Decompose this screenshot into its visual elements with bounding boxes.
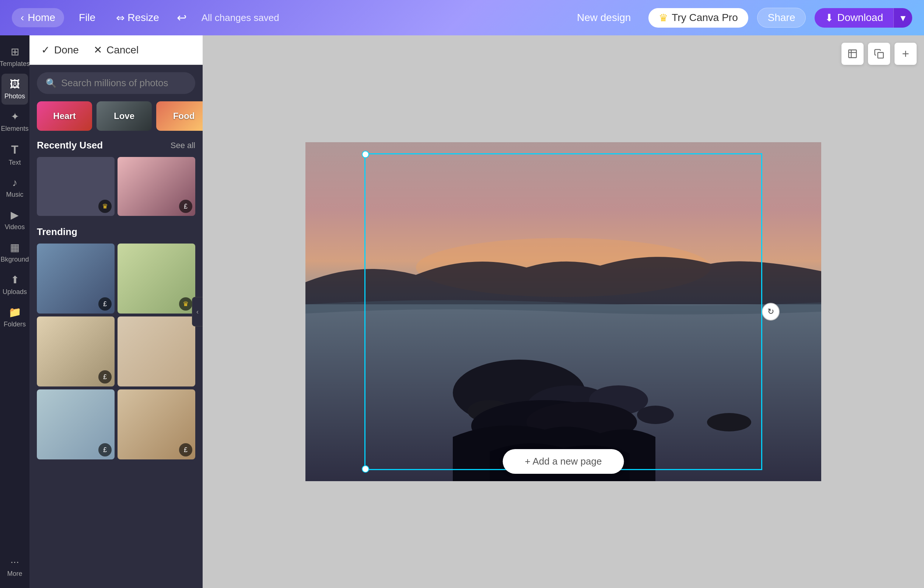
- recently-used-title: Recently Used: [37, 140, 103, 151]
- more-icon: ···: [10, 556, 19, 568]
- share-button[interactable]: Share: [757, 8, 806, 28]
- svg-point-13: [637, 406, 674, 424]
- pro-badge-4: ♛: [179, 297, 192, 311]
- home-label: Home: [28, 12, 55, 23]
- search-box: 🔍: [37, 72, 195, 94]
- cancel-label: Cancel: [106, 44, 139, 56]
- folders-icon: 📁: [8, 306, 21, 318]
- svg-point-16: [707, 413, 751, 431]
- done-label: Done: [54, 44, 79, 56]
- trending-photo-5[interactable]: £: [37, 390, 115, 459]
- elements-icon: ✦: [11, 111, 19, 123]
- trending-photo-1[interactable]: £: [37, 243, 115, 314]
- svg-rect-0: [849, 50, 856, 58]
- sidebar-item-label: Templates: [0, 60, 30, 68]
- undo-button[interactable]: ↩: [174, 8, 190, 28]
- canvas-image[interactable]: ↻: [305, 142, 821, 481]
- trending-photo-4[interactable]: [117, 317, 195, 386]
- canvas-tool-frame[interactable]: [842, 43, 864, 65]
- trending-photo-3[interactable]: £: [37, 317, 115, 386]
- music-icon: ♪: [12, 177, 17, 188]
- sidebar-item-templates[interactable]: ⊞ Templates: [2, 41, 28, 72]
- sidebar-item-label: Bkground: [0, 256, 29, 263]
- resize-icon: ⇔: [116, 12, 125, 24]
- trending-header: Trending: [37, 226, 195, 238]
- canvas-tools: [842, 43, 917, 65]
- canvas-wrapper: ↻ + Add a new page: [305, 142, 821, 481]
- canvas-tool-add[interactable]: [894, 43, 917, 65]
- crown-icon: ♛: [659, 12, 668, 24]
- category-chip-food[interactable]: Food: [156, 101, 203, 131]
- photos-panel: ✓ Done ✕ Cancel 🔍 Heart Love Food ›: [30, 35, 203, 588]
- new-design-button[interactable]: New design: [568, 8, 640, 27]
- try-canva-pro-button[interactable]: ♛ Try Canva Pro: [648, 8, 748, 28]
- hide-panel-button[interactable]: ‹: [192, 297, 203, 326]
- sidebar-item-label: Folders: [4, 320, 26, 328]
- file-label: File: [79, 12, 96, 23]
- category-chip-heart[interactable]: Heart: [37, 101, 92, 131]
- recently-used-header: Recently Used See all: [37, 140, 195, 151]
- sidebar-item-uploads[interactable]: ⬆ Uploads: [2, 269, 28, 300]
- recently-used-grid: ♛ £: [37, 157, 195, 216]
- trending-photo-6[interactable]: £: [117, 390, 195, 459]
- download-icon: ⬇: [825, 12, 833, 24]
- category-chip-love[interactable]: Love: [97, 101, 152, 131]
- pro-badge-7: £: [98, 443, 112, 456]
- add-page-bar[interactable]: + Add a new page: [503, 449, 624, 474]
- videos-icon: ▶: [11, 209, 19, 221]
- resize-label: Resize: [127, 12, 159, 23]
- trending-title: Trending: [37, 226, 78, 238]
- sidebar-item-more[interactable]: ··· More: [2, 552, 28, 582]
- see-all-button[interactable]: See all: [171, 141, 195, 150]
- pro-badge-1: ♛: [98, 200, 112, 213]
- photos-icon: 🖼: [10, 78, 20, 90]
- sidebar-item-label: More: [7, 570, 22, 578]
- try-pro-label: Try Canva Pro: [672, 12, 738, 23]
- chip-label-heart: Heart: [37, 101, 92, 131]
- done-button[interactable]: ✓ Done: [41, 44, 79, 56]
- chevron-down-icon: ▾: [901, 12, 906, 23]
- sidebar-item-label: Elements: [1, 125, 28, 133]
- sidebar-item-label: Music: [6, 191, 23, 198]
- search-input[interactable]: [61, 78, 186, 89]
- chip-label-love: Love: [97, 101, 152, 131]
- uploads-icon: ⬆: [11, 274, 19, 286]
- sidebar-item-label: Uploads: [3, 288, 27, 296]
- x-icon: ✕: [94, 44, 102, 56]
- templates-icon: ⊞: [11, 46, 19, 58]
- sidebar-item-label: Photos: [5, 92, 25, 100]
- download-label: Download: [837, 12, 883, 23]
- recently-used-photo-2[interactable]: £: [117, 157, 195, 216]
- sidebar-item-photos[interactable]: 🖼 Photos: [2, 74, 28, 105]
- background-icon: ▦: [10, 241, 20, 253]
- chip-label-food: Food: [156, 101, 203, 131]
- sidebar-item-videos[interactable]: ▶ Videos: [2, 205, 28, 235]
- resize-button[interactable]: ⇔ Resize: [110, 9, 165, 27]
- home-button[interactable]: ‹ Home: [12, 8, 64, 27]
- pro-badge-5: £: [98, 370, 112, 383]
- top-navigation: ‹ Home File ⇔ Resize ↩ All changes saved…: [0, 0, 924, 35]
- download-dropdown-button[interactable]: ▾: [893, 8, 912, 28]
- sidebar-item-music[interactable]: ♪ Music: [2, 172, 28, 203]
- canvas-tool-copy[interactable]: [868, 43, 890, 65]
- pro-badge-2: £: [179, 200, 192, 213]
- svg-rect-3: [878, 53, 883, 58]
- file-button[interactable]: File: [73, 9, 101, 26]
- sidebar-item-label: Videos: [5, 223, 25, 231]
- download-group: ⬇ Download ▾: [815, 8, 912, 28]
- pro-badge-3: £: [98, 297, 112, 311]
- main-layout: ⊞ Templates 🖼 Photos ✦ Elements T Text ♪…: [0, 35, 924, 588]
- trending-photo-2[interactable]: ♛: [117, 243, 195, 314]
- cancel-button[interactable]: ✕ Cancel: [94, 44, 139, 56]
- category-row: Heart Love Food ›: [37, 101, 195, 131]
- recently-used-photo-1[interactable]: ♛: [37, 157, 115, 216]
- text-icon: T: [11, 143, 18, 157]
- sidebar-item-background[interactable]: ▦ Bkground: [2, 237, 28, 268]
- sidebar-item-text[interactable]: T Text: [2, 139, 28, 171]
- canvas-area: ↻ + Add a new page: [203, 35, 924, 588]
- sidebar-item-label: Text: [8, 159, 21, 167]
- sidebar-item-folders[interactable]: 📁 Folders: [2, 302, 28, 333]
- download-button[interactable]: ⬇ Download: [815, 8, 893, 28]
- sidebar-item-elements[interactable]: ✦ Elements: [2, 106, 28, 137]
- trending-grid: £ ♛ £ £ £: [37, 243, 195, 459]
